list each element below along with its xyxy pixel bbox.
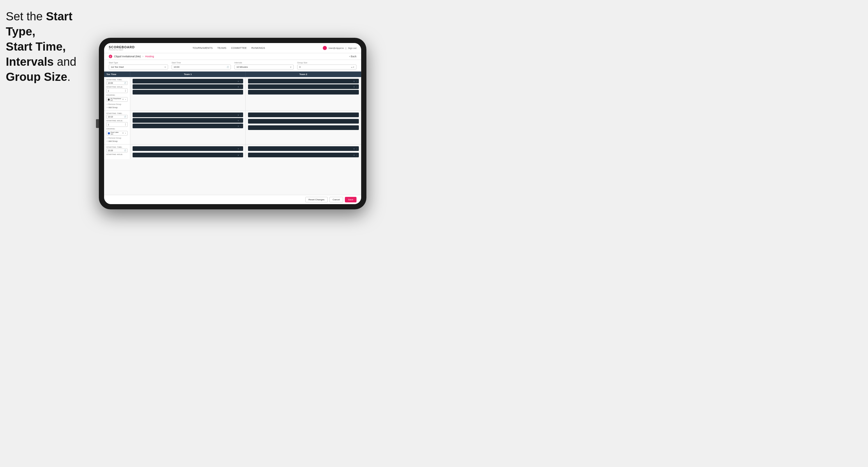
player-x-icon[interactable]: ✕ — [238, 154, 239, 156]
instruction-line1-normal: Set the — [6, 10, 46, 23]
remove-group-btn-1[interactable]: ○ Remove Group — [106, 103, 128, 105]
course-tag-1: (A) Peachtree GC ✕ ▼ — [106, 97, 128, 102]
table-header: Tee Time Team 1 Team 2 — [104, 71, 361, 77]
start-time-select[interactable]: 10:00 🕙 — [172, 65, 231, 69]
player-x-icon[interactable]: ✕ — [353, 148, 355, 150]
save-button[interactable]: Save — [345, 197, 356, 203]
group-size-value: 3 — [299, 66, 300, 68]
intervals-select[interactable]: 10 Minutes ▼ — [235, 65, 294, 69]
empty-player-slot — [248, 125, 359, 130]
course-remove-1[interactable]: ✕ — [122, 98, 124, 101]
player-x-icon[interactable]: ✕ — [238, 86, 239, 88]
starting-hole-input-1[interactable]: 1 ▲▼ — [106, 88, 128, 93]
intervals-group: Intervals 10 Minutes ▼ — [235, 62, 294, 69]
start-time-group: Start Time 10:00 🕙 — [172, 62, 231, 69]
empty-player-slot — [248, 113, 359, 117]
instruction-text: Set the Start Type, Start Time, Interval… — [6, 9, 90, 84]
reset-changes-button[interactable]: Reset Changes — [305, 197, 328, 203]
empty-player-slot — [133, 90, 243, 94]
tee-left-group3: STARTING TIME: 10:20 🕙 STARTING HOLE: — [104, 145, 130, 159]
starting-time-input-2[interactable]: 10:10 🕙 — [106, 115, 128, 119]
nav-teams[interactable]: TEAMS — [217, 46, 226, 50]
player-drag-icon[interactable]: ⋮ — [356, 154, 358, 156]
back-button[interactable]: ‹ Back — [349, 55, 356, 58]
player-drag-icon[interactable]: ⋮ — [240, 114, 242, 116]
nav-tournaments[interactable]: TOURNAMENTS — [192, 46, 213, 50]
add-icon-2: + — [106, 140, 108, 143]
player-drag-icon[interactable]: ⋮ — [240, 86, 242, 88]
player-x-icon[interactable]: ✕ — [353, 86, 355, 88]
player-drag-icon[interactable]: ⋮ — [356, 80, 358, 82]
player-drag-icon[interactable]: ⋮ — [356, 148, 358, 150]
player-x-icon[interactable]: ✕ — [238, 125, 239, 127]
footer-bar: Reset Changes Cancel Save — [104, 195, 361, 204]
start-type-value: 1st Tee Start — [111, 66, 124, 68]
player-x-icon[interactable]: ✕ — [238, 120, 239, 122]
start-type-select[interactable]: 1st Tee Start ▼ — [109, 65, 168, 69]
table-content: STARTING TIME: 10:00 🕙 STARTING HOLE: 1 … — [104, 77, 361, 195]
intervals-value: 10 Minutes — [237, 66, 248, 68]
team2-cell-group2 — [246, 111, 361, 144]
team1-cell-group2: ✕ ⋮ ✕ ⋮ ✕ ⋮ — [130, 111, 246, 144]
course-icon-1 — [108, 99, 110, 101]
user-email: blair@clippd.io — [329, 47, 344, 50]
sign-out-link[interactable]: Sign out — [348, 47, 356, 50]
player-x-icon[interactable]: ✕ — [353, 154, 355, 156]
clock-icon-2: 🕙 — [124, 116, 126, 118]
player-drag-icon[interactable]: ⋮ — [240, 148, 242, 150]
add-group-btn-2[interactable]: + Add Group — [106, 140, 128, 143]
empty-player-slot — [248, 90, 359, 94]
instruction-line2-bold: Start Time, — [6, 40, 66, 53]
nav-committee[interactable]: COMMITTEE — [231, 46, 247, 50]
player-x-icon[interactable]: ✕ — [238, 80, 239, 82]
starting-time-input-1[interactable]: 10:00 🕙 — [106, 81, 128, 85]
player-x-icon[interactable]: ✕ — [238, 148, 239, 150]
cancel-button[interactable]: Cancel — [330, 197, 343, 203]
nav-links: TOURNAMENTS TEAMS COMMITTEE RANKINGS — [192, 46, 265, 50]
tee-left-group2: STARTING TIME: 10:10 🕙 STARTING HOLE: 1 … — [104, 111, 130, 144]
player-drag-icon[interactable]: ⋮ — [240, 80, 242, 82]
player-drag-icon[interactable]: ⋮ — [240, 125, 242, 127]
nav-rankings[interactable]: RANKINGS — [251, 46, 265, 50]
remove-group-btn-2[interactable]: ○ Remove Group — [106, 137, 128, 139]
col-team1: Team 1 — [130, 71, 246, 77]
col-tee-time: Tee Time — [104, 71, 130, 77]
tablet-side-button — [96, 119, 99, 128]
player-row: ✕ ⋮ — [133, 124, 243, 128]
player-x-icon[interactable]: ✕ — [238, 114, 239, 116]
separator: | — [346, 47, 346, 50]
starting-time-label-1: STARTING TIME: — [106, 79, 128, 81]
breadcrumb-bar: C Clippd Invitational (Me) › Hosting ‹ B… — [104, 53, 361, 60]
remove-icon-2: ○ — [106, 137, 108, 139]
starting-time-input-3[interactable]: 10:20 🕙 — [106, 149, 128, 152]
instruction-line4-normal: . — [67, 70, 70, 83]
breadcrumb-tournament: Clippd Invitational (Me) — [114, 55, 141, 58]
remove-icon-1: ○ — [106, 103, 108, 105]
starting-hole-input-2[interactable]: 1 ▲▼ — [106, 122, 128, 127]
starting-time-label-2: STARTING TIME: — [106, 113, 128, 114]
group-size-group: Group Size 3 ▲▼ — [297, 62, 356, 69]
group-size-select[interactable]: 3 ▲▼ — [297, 65, 356, 69]
user-area: blair@clippd.io | Sign out — [323, 46, 356, 50]
start-time-value: 10:00 — [174, 66, 179, 68]
player-row: ✕ ⋮ — [133, 84, 243, 89]
player-drag-icon[interactable]: ⋮ — [240, 154, 242, 156]
start-type-arrow-icon: ▼ — [164, 66, 166, 68]
player-drag-icon[interactable]: ⋮ — [240, 120, 242, 122]
table-row: STARTING TIME: 10:20 🕙 STARTING HOLE: ✕ … — [104, 145, 361, 159]
player-row: ✕ ⋮ — [133, 113, 243, 117]
player-drag-icon[interactable]: ⋮ — [356, 86, 358, 88]
user-avatar — [323, 46, 327, 50]
logo-area: SCOREBOARD Powered by clippd — [109, 45, 135, 51]
add-group-btn-1[interactable]: + Add Group — [106, 106, 128, 109]
course-remove-2[interactable]: ✕ — [122, 132, 124, 134]
player-row: ✕ ⋮ — [248, 153, 359, 157]
empty-player-slot — [248, 119, 359, 124]
course-label-1: COURSE: — [106, 94, 128, 96]
top-navigation: SCOREBOARD Powered by clippd TOURNAMENTS… — [104, 43, 361, 53]
start-time-label: Start Time — [172, 62, 231, 64]
player-x-icon[interactable]: ✕ — [353, 80, 355, 82]
table-row: STARTING TIME: 10:10 🕙 STARTING HOLE: 1 … — [104, 111, 361, 145]
hole-arrows-2: ▲▼ — [125, 123, 126, 126]
logo-text: SCOREBOARD — [109, 45, 135, 49]
